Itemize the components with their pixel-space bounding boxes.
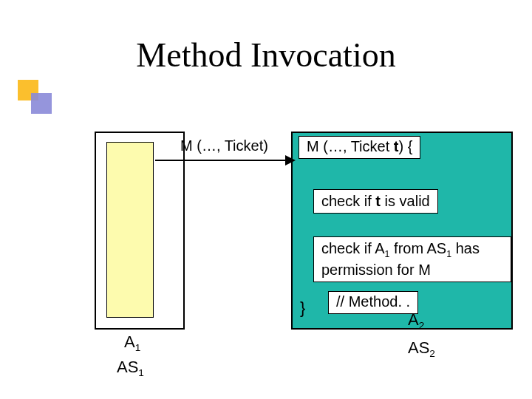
label-a1-base: A <box>124 332 135 351</box>
label-a2: A2 <box>408 310 424 331</box>
step-check-permission: check if A1 from AS1 has permission for … <box>313 236 511 282</box>
check2-mid: from AS <box>390 240 447 256</box>
slide-logo <box>18 80 52 114</box>
caller-panel <box>95 132 185 330</box>
label-as2-sub: 2 <box>429 348 435 359</box>
callee-signature: M (…, Ticket t) { <box>299 136 420 159</box>
invoke-arrow-head <box>285 155 296 166</box>
label-a1: A1 <box>124 332 140 353</box>
step-check-ticket-valid: check if t is valid <box>313 189 438 214</box>
invoke-arrow <box>155 160 287 161</box>
label-as2: AS2 <box>408 338 435 359</box>
label-as1-base: AS <box>117 358 138 376</box>
callee-signature-suf: ) { <box>398 138 412 154</box>
label-as2-base: AS <box>408 338 429 357</box>
check1-pre: check if <box>321 193 375 209</box>
check2-pre: check if A <box>321 240 385 256</box>
check1-post: is valid <box>381 193 430 209</box>
step-method-body: // Method. . <box>328 291 418 314</box>
callee-signature-pre: M (…, Ticket <box>307 138 394 154</box>
page-title: Method Invocation <box>0 35 532 75</box>
caller-object-a1 <box>106 142 154 318</box>
label-a2-base: A <box>408 310 419 329</box>
label-as1-sub: 1 <box>138 367 144 378</box>
invoke-label: M (…, Ticket) <box>180 137 268 154</box>
label-a2-sub: 2 <box>419 320 425 331</box>
label-as1: AS1 <box>117 358 144 378</box>
check2-sub1: 1 <box>385 249 390 259</box>
label-a1-sub: 1 <box>135 342 141 353</box>
brace-close: } <box>300 299 305 318</box>
